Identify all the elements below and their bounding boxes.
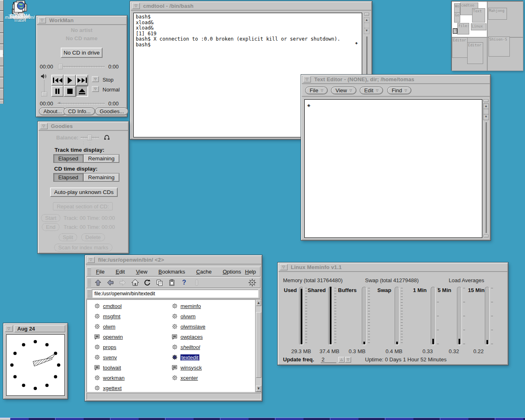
menu-file[interactable]: File	[95, 269, 105, 275]
file-item[interactable]: workman	[94, 373, 125, 382]
up-button[interactable]	[94, 278, 103, 287]
paste-button[interactable]	[167, 278, 176, 287]
file-item[interactable]: toolwait	[94, 363, 121, 372]
track-elapsed-toggle[interactable]: Elapsed	[53, 154, 83, 163]
repeat-end-button[interactable]: End	[42, 223, 59, 231]
file-item[interactable]: winsysck	[172, 363, 202, 372]
scrollbar-elevator[interactable]: ▲ ▼	[483, 103, 489, 120]
cd-position-slider[interactable]	[57, 103, 105, 105]
repeat-section-button[interactable]: Repeat section of CD:	[53, 202, 113, 210]
shuffle-mode-menu-button[interactable]: ▽	[92, 86, 99, 92]
track-remaining-toggle[interactable]: Remaining	[83, 154, 120, 163]
window-menu-button[interactable]: ▽	[40, 123, 48, 129]
update-freq-input[interactable]: 2	[321, 356, 336, 363]
file-item[interactable]: msgfmt	[94, 312, 121, 321]
next-track-button[interactable]	[76, 75, 88, 86]
file-item[interactable]: olwm	[94, 322, 115, 331]
spin-down-button[interactable]: ▽	[345, 357, 351, 363]
file-item[interactable]: meminfo	[172, 301, 201, 310]
pager-window[interactable]: file:	[457, 23, 469, 34]
play-mode-menu-button[interactable]: ▽	[92, 76, 99, 82]
pause-button[interactable]	[51, 86, 64, 97]
autoplay-button[interactable]: Auto-play unknown CDs	[50, 187, 118, 197]
scrollbar-elevator[interactable]: ▲ ▼	[364, 17, 370, 34]
scroll-up-icon[interactable]: ▲	[364, 18, 369, 23]
file-menu-button[interactable]: File▽	[305, 87, 328, 94]
menu-edit[interactable]: Edit	[115, 269, 126, 275]
home-button[interactable]	[130, 278, 139, 287]
scroll-drag[interactable]	[484, 109, 488, 114]
previous-track-button[interactable]	[51, 75, 64, 86]
goodies-button[interactable]: Goodies...	[95, 107, 128, 115]
edit-menu-button[interactable]: Edit▽	[360, 87, 383, 94]
file-item[interactable]: owplaces	[172, 332, 203, 341]
file-item[interactable]: props	[94, 342, 116, 352]
window-menu-button[interactable]: ▽	[87, 257, 95, 263]
cd-info-button[interactable]: CD Info...	[64, 107, 95, 115]
scroll-down-icon[interactable]: ▼	[256, 386, 261, 392]
workman-titlebar[interactable]: ▽ WorkMan	[37, 16, 126, 25]
file-item[interactable]: olvwm	[172, 312, 196, 321]
cd-elapsed-toggle[interactable]: Elapsed	[53, 173, 83, 182]
delete-button[interactable]: Delete	[81, 233, 105, 241]
track-position-slider[interactable]	[58, 66, 105, 68]
volume-slider-thumb[interactable]	[41, 92, 47, 96]
window-menu-button[interactable]: ▽	[5, 326, 13, 332]
pager-window[interactable]: Shisen-S	[488, 37, 510, 57]
toolbar-drag-handle[interactable]	[87, 278, 91, 287]
file-item[interactable]: cmdtool	[94, 301, 122, 310]
filemanager-titlebar[interactable]: ▽ file:/usr/openwin/bin/ <2>	[86, 256, 261, 265]
copy-button[interactable]	[155, 278, 164, 287]
file-item[interactable]: xgettext	[94, 383, 122, 392]
desktop-icon-kde[interactable]: KDE	[0, 0, 39, 20]
file-item-selected[interactable]: textedit	[172, 353, 199, 362]
file-item[interactable]: shelltool	[172, 342, 200, 352]
stop-button-disabled[interactable]	[192, 278, 201, 287]
back-button[interactable]	[106, 278, 115, 287]
scrollbar-top-anchor[interactable]	[364, 13, 369, 16]
texteditor-scrollbar[interactable]: ▲ ▼	[483, 99, 490, 238]
track-slider-thumb[interactable]	[58, 64, 63, 69]
window-menu-button[interactable]: ▽	[303, 76, 311, 82]
pager-window[interactable]: Mahjong	[488, 8, 507, 20]
scrollbar-bottom-anchor[interactable]	[484, 235, 488, 237]
spin-up-button[interactable]: △	[338, 357, 345, 363]
pager-iconified-window[interactable]	[453, 28, 457, 34]
goodies-titlebar[interactable]: ▽ Goodies	[39, 122, 128, 131]
pager-window[interactable]: Text	[472, 8, 485, 23]
virtual-desktop-pager[interactable]: Wo cmdtoo Text Go file: Linux Mahjong Ed…	[451, 1, 523, 71]
taskbar-edge[interactable]	[0, 418, 525, 420]
pager-window[interactable]: Editor	[452, 37, 468, 58]
stop-button[interactable]	[64, 86, 76, 97]
file-item[interactable]: openwin	[94, 332, 123, 341]
menu-options[interactable]: Options	[222, 269, 242, 275]
scrollbar-thumb[interactable]	[256, 312, 261, 378]
find-menu-button[interactable]: Find▽	[387, 87, 411, 94]
location-input[interactable]: file:/usr/openwin/bin/textedit	[92, 290, 258, 298]
pager-window[interactable]: Go	[454, 12, 460, 23]
forward-button-disabled[interactable]	[118, 278, 127, 287]
cmdtool-titlebar[interactable]: ▽ cmdtool - /bin/bash	[131, 2, 371, 11]
scrollbar-top-anchor[interactable]	[484, 99, 488, 102]
texteditor-titlebar[interactable]: ▽ Text Editor - (NONE), dir; /home/tomas	[302, 75, 490, 84]
scroll-up-icon[interactable]: ▲	[256, 300, 261, 306]
file-item[interactable]: svenv	[94, 353, 117, 362]
balance-slider-thumb[interactable]	[87, 135, 92, 140]
view-menu-button[interactable]: View▽	[331, 87, 356, 94]
menu-bookmarks[interactable]: Bookmarks	[158, 269, 186, 275]
menu-cache[interactable]: Cache	[195, 269, 212, 275]
scroll-down-icon[interactable]: ▼	[364, 28, 369, 34]
play-button[interactable]	[64, 75, 76, 86]
meminfo-titlebar[interactable]: ▽ Linux Meminfo v1.1	[278, 263, 507, 272]
scroll-up-icon[interactable]: ▲	[484, 104, 488, 109]
scroll-drag[interactable]	[364, 23, 369, 28]
cd-remaining-toggle[interactable]: Remaining	[83, 173, 120, 182]
scroll-down-icon[interactable]: ▼	[484, 114, 488, 120]
reload-button[interactable]	[143, 278, 152, 287]
eject-button[interactable]	[76, 86, 88, 97]
about-button[interactable]: About...	[39, 107, 66, 115]
file-item[interactable]: olwmslave	[172, 322, 205, 331]
pager-window[interactable]: Linux	[471, 23, 486, 30]
menubar-drag-handle[interactable]	[87, 267, 91, 276]
window-menu-button[interactable]: ▽	[132, 3, 140, 9]
